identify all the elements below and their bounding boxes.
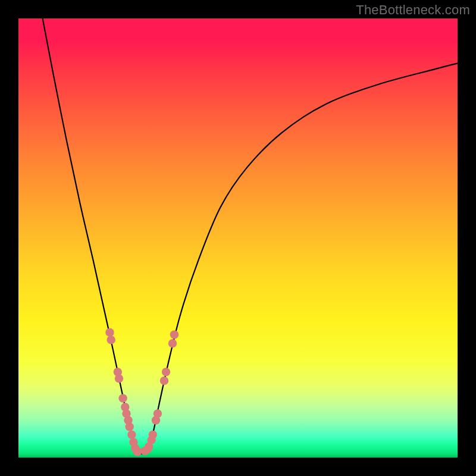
scatter-dot [170, 330, 178, 339]
scatter-dot [133, 447, 142, 456]
scatter-dot [154, 409, 162, 418]
scatter-dot [162, 368, 170, 376]
plot-area [18, 18, 458, 458]
scatter-dot [105, 328, 114, 337]
scatter-dot [168, 339, 177, 347]
bottleneck-curve [43, 18, 458, 455]
chart-svg [18, 18, 458, 458]
figure-root: TheBottleneck.com [0, 0, 476, 476]
scatter-dot [126, 422, 134, 431]
scatter-dot [118, 394, 127, 402]
scatter-points [105, 328, 178, 456]
scatter-dot [149, 430, 157, 439]
scatter-dot [127, 430, 136, 439]
watermark-label: TheBottleneck.com [356, 2, 470, 18]
scatter-dot [160, 377, 168, 385]
scatter-dot [107, 336, 115, 344]
scatter-dot [115, 374, 123, 383]
